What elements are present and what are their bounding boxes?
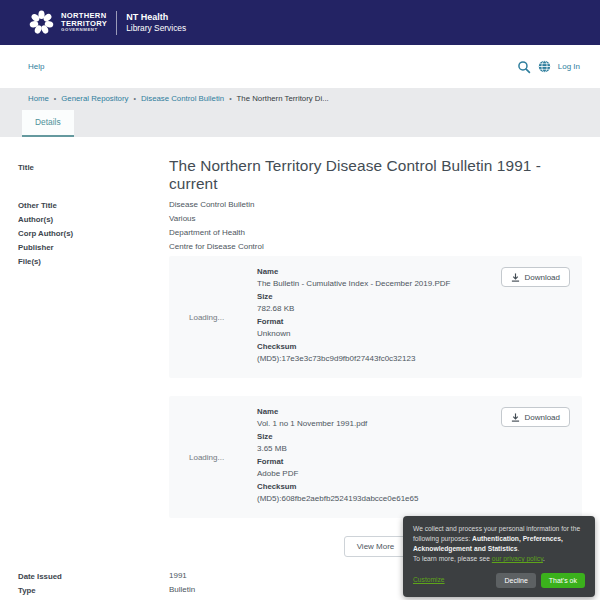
meta-row-title: Title The Northern Territory Disease Con… bbox=[18, 157, 582, 193]
file-checksum-label: Checksum bbox=[257, 342, 501, 351]
file-format-label: Format bbox=[257, 457, 501, 466]
file-checksum-value: (MD5):17e3e3c73bc9d9fb0f27443fc0c32123 bbox=[257, 354, 501, 363]
utility-right: Log In bbox=[517, 60, 580, 74]
meta-row-other-title: Other Title Disease Control Bulletin bbox=[18, 200, 582, 210]
file-size-label: Size bbox=[257, 432, 501, 441]
globe-icon[interactable] bbox=[538, 60, 551, 73]
help-link[interactable]: Help bbox=[28, 62, 44, 71]
file-thumbnail-placeholder: Loading... bbox=[181, 407, 247, 507]
breadcrumb-general-repository[interactable]: General Repository bbox=[61, 94, 128, 103]
accept-button[interactable]: That's ok bbox=[541, 573, 585, 588]
nt-flower-icon bbox=[28, 9, 55, 36]
breadcrumb: Home • General Repository • Disease Cont… bbox=[0, 94, 600, 103]
file-format-value: Adobe PDF bbox=[257, 469, 501, 478]
utility-bar: Help Log In bbox=[0, 45, 600, 88]
files-label: File(s) bbox=[18, 256, 169, 567]
org-name: NORTHERN TERRITORY GOVERNMENT bbox=[61, 12, 107, 32]
decline-button[interactable]: Decline bbox=[496, 573, 535, 588]
cookie-consent-banner: We collect and process your personal inf… bbox=[403, 516, 595, 597]
date-issued-label: Date Issued bbox=[18, 571, 169, 581]
file-card: Loading... Name Vol. 1 no 1 November 199… bbox=[169, 396, 582, 518]
cookie-message-period: . bbox=[517, 545, 519, 552]
other-title-value: Disease Control Bulletin bbox=[169, 200, 582, 210]
site-line2: Library Services bbox=[126, 23, 186, 34]
other-title-label: Other Title bbox=[18, 200, 169, 210]
download-button[interactable]: Download bbox=[501, 407, 570, 427]
customize-link[interactable]: Customize bbox=[413, 575, 445, 585]
thumbnail-loading-text: Loading... bbox=[181, 313, 224, 322]
file-name-label: Name bbox=[257, 267, 501, 276]
cookie-message: We collect and process your personal inf… bbox=[413, 524, 585, 564]
breadcrumb-separator: • bbox=[133, 95, 135, 102]
file-name-value: The Bulletin - Cumulative Index - Decemb… bbox=[257, 279, 501, 288]
breadcrumb-separator: • bbox=[54, 95, 56, 102]
cookie-learn-more-period: . bbox=[543, 555, 545, 562]
view-more-button[interactable]: View More bbox=[344, 536, 408, 557]
page-title: The Northern Territory Disease Control B… bbox=[169, 157, 582, 193]
download-button-label: Download bbox=[524, 413, 560, 422]
cookie-buttons: Decline That's ok bbox=[496, 573, 585, 588]
privacy-policy-link[interactable]: our privacy policy bbox=[492, 555, 543, 562]
download-icon bbox=[511, 413, 520, 422]
site-line1: NT Health bbox=[126, 12, 186, 23]
download-button[interactable]: Download bbox=[501, 267, 570, 287]
publisher-value: Centre for Disease Control bbox=[169, 242, 582, 252]
logo-divider bbox=[116, 11, 117, 35]
site-name[interactable]: NT Health Library Services bbox=[126, 12, 186, 34]
login-link[interactable]: Log In bbox=[558, 62, 580, 71]
breadcrumb-disease-control-bulletin[interactable]: Disease Control Bulletin bbox=[141, 94, 224, 103]
file-format-value: Unknown bbox=[257, 329, 501, 338]
file-size-value: 782.68 KB bbox=[257, 304, 501, 313]
title-label: Title bbox=[18, 157, 169, 193]
breadcrumb-current-item: The Northern Territory Di... bbox=[237, 94, 329, 103]
thumbnail-loading-text: Loading... bbox=[181, 453, 224, 462]
org-line3: GOVERNMENT bbox=[61, 28, 107, 33]
search-icon[interactable] bbox=[517, 60, 531, 74]
meta-row-authors: Author(s) Various bbox=[18, 214, 582, 224]
file-checksum-label: Checksum bbox=[257, 482, 501, 491]
file-fields: Name The Bulletin - Cumulative Index - D… bbox=[247, 267, 501, 367]
authors-value: Various bbox=[169, 214, 582, 224]
nt-government-logo[interactable]: NORTHERN TERRITORY GOVERNMENT bbox=[28, 9, 107, 36]
download-icon bbox=[511, 273, 520, 282]
file-size-label: Size bbox=[257, 292, 501, 301]
tab-row: Details bbox=[0, 110, 600, 137]
tab-details[interactable]: Details bbox=[22, 110, 74, 137]
corp-authors-label: Corp Author(s) bbox=[18, 228, 169, 238]
file-checksum-value: (MD5):608fbe2aebfb2524193dabcce0e61e65 bbox=[257, 494, 501, 503]
app-header: NORTHERN TERRITORY GOVERNMENT NT Health … bbox=[0, 0, 600, 45]
cookie-learn-more-prefix: To learn more, please see bbox=[413, 555, 492, 562]
breadcrumb-strip: Home • General Repository • Disease Cont… bbox=[0, 88, 600, 137]
publisher-label: Publisher bbox=[18, 242, 169, 252]
file-format-label: Format bbox=[257, 317, 501, 326]
type-label: Type bbox=[18, 585, 169, 595]
breadcrumb-separator: • bbox=[229, 95, 231, 102]
file-size-value: 3.65 MB bbox=[257, 444, 501, 453]
download-button-label: Download bbox=[524, 273, 560, 282]
file-name-value: Vol. 1 no 1 November 1991.pdf bbox=[257, 419, 501, 428]
meta-row-publisher: Publisher Centre for Disease Control bbox=[18, 242, 582, 252]
file-fields: Name Vol. 1 no 1 November 1991.pdf Size … bbox=[247, 407, 501, 507]
cookie-actions: Customize Decline That's ok bbox=[413, 573, 585, 588]
file-name-label: Name bbox=[257, 407, 501, 416]
meta-row-corp-authors: Corp Author(s) Department of Health bbox=[18, 228, 582, 238]
file-thumbnail-placeholder: Loading... bbox=[181, 267, 247, 367]
breadcrumb-home[interactable]: Home bbox=[28, 94, 49, 103]
file-card: Loading... Name The Bulletin - Cumulativ… bbox=[169, 256, 582, 378]
authors-label: Author(s) bbox=[18, 214, 169, 224]
corp-authors-value: Department of Health bbox=[169, 228, 582, 238]
